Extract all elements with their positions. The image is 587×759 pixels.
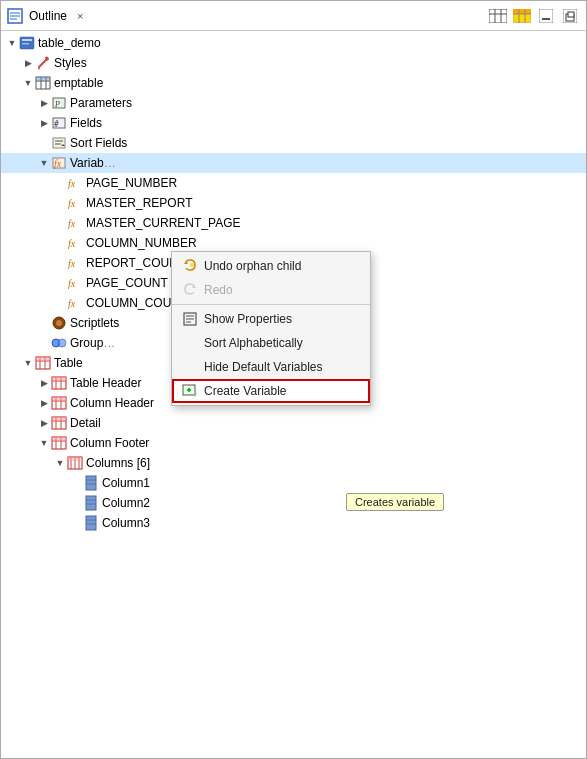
fields-icon: # [51,115,67,131]
tree-item-column2[interactable]: ▶ Column2 [1,493,586,513]
tree-item-sort-fields[interactable]: ▶ Sort Fields [1,133,586,153]
expand-arrow[interactable]: ▼ [5,36,19,50]
fx-icon-1: fx [67,175,83,191]
expand-arrow[interactable]: ▼ [37,156,51,170]
expand-arrow[interactable]: ▼ [37,436,51,450]
svg-rect-28 [36,77,50,81]
tree-item-columns6[interactable]: ▼ Columns [6] [1,453,586,473]
restore-icon[interactable] [560,6,580,26]
band-icon-3 [51,415,67,431]
context-menu: Undo orphan child Redo [171,251,371,406]
create-var-icon [182,383,198,399]
node-label-column2: Column2 [102,496,150,510]
close-button[interactable]: × [73,10,87,22]
expand-arrow[interactable]: ▼ [53,456,67,470]
expand-arrow[interactable]: ▼ [21,76,35,90]
table-layout-icon[interactable] [488,6,508,26]
sort-alpha-icon [182,335,198,351]
tree-item-master-current[interactable]: ▶ fx MASTER_CURRENT_PAGE [1,213,586,233]
scriptlet-icon [51,315,67,331]
outline-icon [7,8,23,24]
svg-rect-69 [52,417,66,421]
title-bar-right [488,6,580,26]
tree-item-column3[interactable]: ▶ Column3 [1,513,586,533]
node-label-master-report: MASTER_REPORT [86,196,192,210]
column-icon-2 [83,495,99,511]
tree-item-emptable[interactable]: ▼ emptable [1,73,586,93]
ctx-item-show-props[interactable]: Show Properties [172,307,370,331]
fx-icon-4: fx [67,235,83,251]
expand-arrow[interactable]: ▶ [37,96,51,110]
node-label-columns6: Columns [6] [86,456,150,470]
svg-point-49 [58,339,66,347]
svg-text:fx: fx [68,278,76,289]
svg-text:#: # [54,120,59,129]
svg-line-21 [39,59,47,67]
tree-item-column-number[interactable]: ▶ fx COLUMN_NUMBER [1,233,586,253]
tree-item-table_demo[interactable]: ▼ table_demo [1,33,586,53]
band-icon-1 [51,375,67,391]
node-label-sort-fields: Sort Fields [70,136,127,150]
tree-item-detail[interactable]: ▶ Detail [1,413,586,433]
ctx-separator-1 [172,304,370,305]
ctx-item-hide-default[interactable]: Hide Default Variables [172,355,370,379]
expand-arrow[interactable]: ▶ [37,416,51,430]
tree-item-column-footer[interactable]: ▼ Column Footer [1,433,586,453]
band-icon-2 [51,395,67,411]
node-label-groups: Group [70,336,103,350]
tree-item-variables[interactable]: ▼ fx Variab… [1,153,586,173]
columns-icon [67,455,83,471]
svg-rect-80 [86,476,96,490]
column-icon-1 [83,475,99,491]
node-label-styles: Styles [54,56,87,70]
svg-text:fx: fx [68,238,76,249]
table-icon [35,75,51,91]
tree-item-column1[interactable]: ▶ Column1 [1,473,586,493]
node-label-master-current: MASTER_CURRENT_PAGE [86,216,240,230]
svg-text:fx: fx [54,158,62,169]
node-label-parameters: Parameters [70,96,132,110]
tree-item-styles[interactable]: ▶ Styles [1,53,586,73]
ctx-item-create-variable[interactable]: Create Variable [172,379,370,403]
tree-item-page-number[interactable]: ▶ fx PAGE_NUMBER [1,173,586,193]
node-label-page-count: PAGE_COUNT [86,276,168,290]
node-label-column3: Column3 [102,516,150,530]
ctx-item-sort-alpha[interactable]: Sort Alphabetically [172,331,370,355]
fx-icon-5: fx [67,255,83,271]
expand-arrow[interactable]: ▼ [21,356,35,370]
table-alt-icon[interactable] [512,6,532,26]
svg-rect-79 [68,457,82,461]
node-label-column1: Column1 [102,476,150,490]
ctx-label-sort-alpha: Sort Alphabetically [204,336,303,350]
svg-rect-59 [52,377,66,381]
node-label-scriptlets: Scriptlets [70,316,119,330]
props-icon [182,311,198,327]
node-label-fields: Fields [70,116,102,130]
expand-arrow[interactable]: ▶ [21,56,35,70]
tree-item-parameters[interactable]: ▶ P Parameters [1,93,586,113]
svg-rect-4 [489,9,507,23]
svg-rect-86 [86,516,96,530]
ctx-item-undo-orphan[interactable]: Undo orphan child [172,254,370,278]
project-icon [19,35,35,51]
title-bar-left: Outline × [7,8,87,24]
svg-text:fx: fx [68,178,76,189]
expand-arrow[interactable]: ▶ [37,396,51,410]
tree-item-fields[interactable]: ▶ # Fields [1,113,586,133]
ctx-item-redo[interactable]: Redo [172,278,370,302]
panel-title: Outline [29,9,67,23]
svg-marker-23 [38,68,40,70]
svg-rect-74 [52,437,66,441]
sort-icon [51,135,67,151]
svg-rect-83 [86,496,96,510]
node-label-column-header: Column Header [70,396,154,410]
node-label-table-header: Table Header [70,376,141,390]
fx-icon-7: fx [67,295,83,311]
outline-panel[interactable]: ▼ table_demo ▶ Styles ▼ [1,31,586,533]
tree-item-master-report[interactable]: ▶ fx MASTER_REPORT [1,193,586,213]
expand-arrow[interactable]: ▶ [37,376,51,390]
svg-marker-91 [192,285,196,288]
expand-arrow[interactable]: ▶ [37,116,51,130]
minimize-icon[interactable] [536,6,556,26]
svg-rect-9 [513,9,531,14]
